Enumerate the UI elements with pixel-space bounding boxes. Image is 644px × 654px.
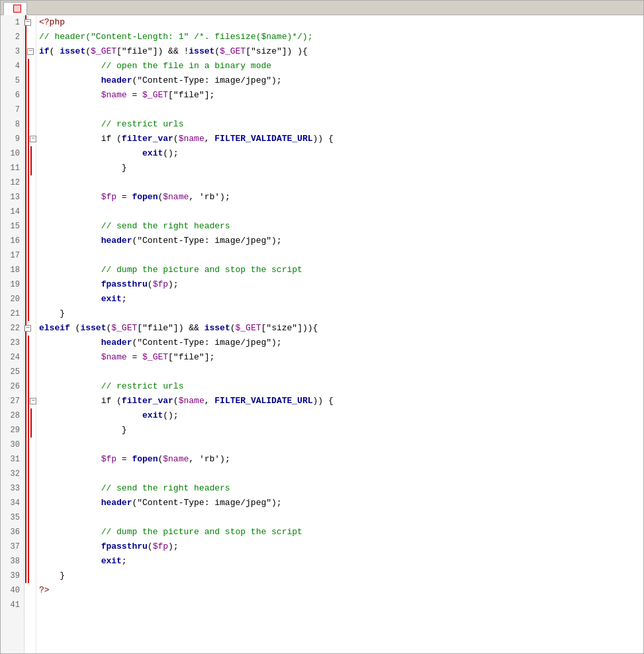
code-line[interactable]: if (filter_var($name, FILTER_VALIDATE_UR… [36, 132, 643, 146]
token: isset [60, 44, 85, 59]
fold-minus-button[interactable]: − [30, 136, 36, 142]
token: // send the right headers [101, 219, 230, 234]
code-line[interactable]: $name = $_GET["file"]; [36, 350, 643, 365]
code-line[interactable]: ?> [36, 583, 643, 598]
fold-minus-button[interactable]: − [27, 48, 34, 55]
indent [39, 277, 101, 292]
fold-line-block27 [30, 423, 32, 438]
indent [39, 408, 142, 423]
fold-line-block22 [25, 350, 26, 365]
token: ["file"]; [168, 350, 214, 365]
code-line[interactable]: exit(); [36, 146, 643, 161]
code-line[interactable]: // send the right headers [36, 481, 643, 496]
fold-line-outer [25, 44, 26, 59]
fold-line-outer [25, 117, 26, 132]
token: ( [148, 277, 153, 292]
token: header [101, 496, 132, 510]
fold-line-outer [25, 132, 26, 146]
fold-line-block22 [25, 554, 26, 569]
token: = [127, 350, 142, 365]
token: } [122, 161, 127, 175]
fold-line-block3 [28, 292, 29, 306]
token: (); [163, 146, 178, 161]
code-line[interactable]: header("Content-Type: image/jpeg"); [36, 336, 643, 350]
token: if [39, 44, 50, 59]
code-line[interactable]: // header("Content-Length: 1" /*. filesi… [36, 30, 643, 44]
code-line[interactable] [36, 438, 643, 452]
code-line[interactable]: fpassthru($fp); [36, 277, 643, 292]
code-line[interactable]: header("Content-Type: image/jpeg"); [36, 234, 643, 248]
token: ( [173, 132, 179, 146]
code-line[interactable]: // restrict urls [36, 117, 643, 132]
code-line[interactable] [36, 467, 643, 481]
code-line[interactable]: } [36, 306, 643, 321]
code-line[interactable]: if (filter_var($name, FILTER_VALIDATE_UR… [36, 394, 643, 408]
code-line[interactable]: // dump the picture and stop the script [36, 263, 643, 277]
code-line[interactable]: exit(); [36, 408, 643, 423]
code-line[interactable] [36, 103, 643, 117]
fold-minus-button[interactable]: − [30, 398, 36, 404]
token: fopen [132, 190, 158, 205]
fold-minus-button[interactable]: − [24, 19, 31, 26]
token: exit [101, 554, 122, 569]
line-number: 20 [1, 292, 24, 306]
code-line[interactable]: fpassthru($fp); [36, 539, 643, 554]
token: , 'rb'); [189, 452, 230, 467]
code-line[interactable]: $fp = fopen($name, 'rb'); [36, 452, 643, 467]
token: ( [214, 44, 220, 59]
indent [39, 379, 101, 394]
code-line[interactable]: } [36, 161, 643, 175]
code-line[interactable]: <?php [36, 15, 643, 30]
code-line[interactable] [36, 248, 643, 263]
gutter-cell [24, 365, 36, 379]
code-line[interactable]: // dump the picture and stop the script [36, 525, 643, 539]
token: ("Content-Type: image/jpeg"); [132, 496, 281, 510]
fold-minus-button[interactable]: − [24, 325, 31, 332]
code-line[interactable]: if( isset($_GET["file"]) && !isset($_GET… [36, 44, 643, 59]
fold-line-block3 [28, 306, 29, 321]
code-line[interactable] [36, 205, 643, 219]
fold-line-block22-inner [28, 423, 29, 438]
gutter-cell [24, 336, 36, 350]
code-line[interactable]: // restrict urls [36, 379, 643, 394]
code-line[interactable] [36, 365, 643, 379]
code-line[interactable] [36, 175, 643, 190]
code-line[interactable]: exit; [36, 292, 643, 306]
code-line[interactable] [36, 598, 643, 612]
code-line[interactable]: $name = $_GET["file"]; [36, 88, 643, 103]
code-line[interactable]: // send the right headers [36, 219, 643, 234]
line-number: 1 [1, 15, 24, 30]
code-line[interactable]: exit; [36, 554, 643, 569]
token: if [101, 394, 116, 408]
line-number: 18 [1, 263, 24, 277]
fold-line-block22-inner [28, 365, 29, 379]
code-content[interactable]: <?php// header("Content-Length: 1" /*. f… [36, 15, 643, 653]
code-line[interactable]: elseif (isset($_GET["file"]) && isset($_… [36, 321, 643, 336]
code-line[interactable]: header("Content-Type: image/jpeg"); [36, 496, 643, 510]
fold-line-outer [25, 277, 26, 292]
token: )) { [313, 394, 334, 408]
code-area: 1234567891011121314151617181920212223242… [1, 15, 643, 653]
code-line[interactable]: } [36, 423, 643, 438]
line-number: 27 [1, 394, 24, 408]
fold-gutter: −−−−− [24, 15, 36, 653]
code-line[interactable] [36, 510, 643, 525]
token: ( [50, 44, 60, 59]
fold-line-block9 [30, 161, 32, 175]
code-line[interactable]: header("Content-Type: image/jpeg"); [36, 73, 643, 88]
token: ["size"]) ){ [246, 44, 308, 59]
file-tab[interactable] [3, 2, 27, 15]
indent [39, 496, 101, 510]
token: , 'rb'); [189, 190, 230, 205]
token: ( [85, 44, 91, 59]
fold-line-block3 [28, 205, 29, 219]
tab-close-button[interactable] [13, 5, 21, 13]
code-line[interactable]: // open the file in a binary mode [36, 59, 643, 73]
gutter-cell [24, 467, 36, 481]
fold-line-block22-inner [28, 408, 29, 423]
gutter-cell [24, 452, 36, 467]
code-line[interactable]: } [36, 569, 643, 583]
fold-line-block22-inner [28, 510, 29, 525]
code-line[interactable]: $fp = fopen($name, 'rb'); [36, 190, 643, 205]
fold-line-outer [25, 103, 26, 117]
